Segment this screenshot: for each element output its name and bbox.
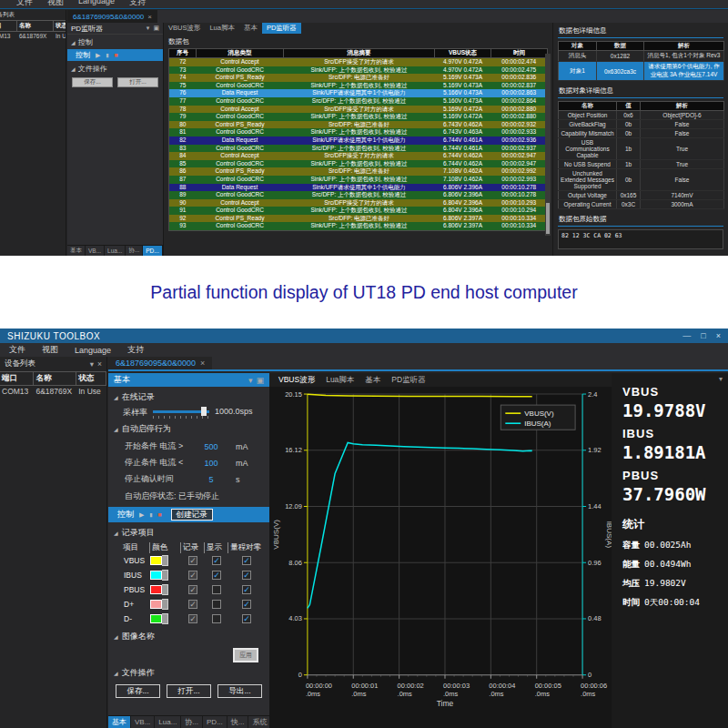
- section-auto-stop[interactable]: ◢ 自动启停行为: [108, 419, 269, 436]
- checkbox[interactable]: ✓: [242, 600, 251, 609]
- device-row[interactable]: COM136&18769XIn Use: [0, 32, 66, 40]
- menu-item[interactable]: 文件: [9, 344, 25, 356]
- packet-row[interactable]: 82Data RequestSink/UFP请求使用其中1个供电能力6.744V…: [169, 136, 548, 145]
- detail-row[interactable]: No USB Suspend1bTrue: [559, 160, 724, 169]
- menu-item[interactable]: 支持: [129, 0, 146, 8]
- menu-item[interactable]: Language: [75, 346, 111, 355]
- section-control[interactable]: ◢ 控制: [67, 35, 163, 48]
- detail-row[interactable]: Object Position0x6Object[PDO]-6: [559, 111, 724, 120]
- view-tab[interactable]: 基本: [239, 23, 262, 34]
- section-file-ops[interactable]: ◢ 文件操作: [67, 61, 163, 75]
- file-button[interactable]: 保存...: [72, 77, 113, 87]
- scrollbar-thumb[interactable]: [546, 203, 550, 234]
- menu-item[interactable]: Language: [78, 0, 115, 8]
- checkbox[interactable]: ✓: [188, 600, 197, 609]
- close-icon[interactable]: ×: [147, 13, 152, 21]
- detail-row[interactable]: Output Voltage0x1657140mV: [559, 191, 724, 200]
- pause-icon[interactable]: Ⅱ: [106, 52, 108, 58]
- packet-row[interactable]: 87Control GoodCRCSink/UFP: 上个数据包收到, 校验通过…: [169, 176, 548, 184]
- color-picker[interactable]: [150, 599, 181, 610]
- checkbox[interactable]: ✓: [188, 585, 197, 594]
- close-icon[interactable]: ×: [97, 359, 102, 369]
- section-image-name[interactable]: ◢ 图像名称: [108, 626, 269, 643]
- detail-row[interactable]: 对象10x6302ca3c请求使用第6个供电能力, 作业电流 3A 作业电压7.…: [559, 62, 724, 81]
- bottom-tab[interactable]: 协...: [126, 246, 143, 256]
- packet-row[interactable]: 76Data RequestSink/UFP请求使用其中1个供电能力5.166V…: [169, 89, 548, 97]
- view-tab[interactable]: PD监听器: [262, 23, 301, 34]
- section-record-items[interactable]: ◢ 记录项目: [108, 522, 269, 540]
- packet-row[interactable]: 92Control PS_ReadySrc/DFP: 电源已准备好6.806V …: [169, 215, 548, 223]
- chevron-down-icon[interactable]: ▾: [90, 359, 94, 369]
- apply-button[interactable]: 应用: [233, 648, 258, 662]
- packet-row[interactable]: 78Control AcceptSrc/DFP接受了对方的请求5.169V 0.…: [169, 106, 548, 114]
- device-row[interactable]: COM136&18769XIn Use: [0, 386, 106, 397]
- minimize-icon[interactable]: —: [682, 331, 691, 340]
- menu-item[interactable]: 支持: [127, 344, 144, 356]
- bottom-tab[interactable]: Lua...: [105, 246, 126, 256]
- document-tab[interactable]: 6&18769095&0&0000 ×: [67, 10, 157, 23]
- close-icon[interactable]: ×: [716, 331, 721, 340]
- packet-row[interactable]: 77Control GoodCRCSrc/DFP: 上个数据包收到, 校验通过5…: [169, 97, 548, 106]
- checkbox[interactable]: ✓: [242, 571, 251, 580]
- detail-row[interactable]: Operating Current0x3C3000mA: [559, 200, 724, 209]
- condition-value-input[interactable]: 100: [196, 459, 227, 468]
- create-record-button[interactable]: 创建记录: [171, 509, 213, 521]
- dropdown-icon[interactable]: [162, 599, 168, 610]
- packet-row[interactable]: 74Control PS_ReadySrc/DFP: 电源已准备好5.169V …: [169, 74, 548, 82]
- packet-row[interactable]: 86Control PS_ReadySrc/DFP: 电源已准备好7.108V …: [169, 167, 548, 176]
- checkbox[interactable]: [212, 614, 221, 623]
- packet-row[interactable]: 91Control GoodCRCSink/UFP: 上个数据包收到, 校验通过…: [169, 207, 548, 215]
- bottom-tab[interactable]: 基本: [108, 716, 131, 728]
- checkbox[interactable]: ✓: [242, 585, 251, 594]
- bottom-tab[interactable]: 快...: [228, 716, 249, 728]
- bottom-tab[interactable]: 系统: [248, 716, 269, 728]
- dropdown-icon[interactable]: [162, 570, 168, 581]
- packet-row[interactable]: 81Control GoodCRCSink/UFP: 上个数据包收到, 校验通过…: [169, 128, 548, 136]
- packet-row[interactable]: 89Control GoodCRCSrc/DFP: 上个数据包收到, 校验通过6…: [169, 191, 548, 199]
- play-icon[interactable]: ▶: [96, 52, 100, 59]
- bottom-tab[interactable]: Lua...: [155, 716, 181, 728]
- packet-row[interactable]: 72Control AcceptSrc/DFP接受了对方的请求4.970V 0.…: [169, 58, 548, 66]
- packet-row[interactable]: 79Control GoodCRCSink/UFP: 上个数据包收到, 校验通过…: [169, 113, 548, 121]
- view-tab[interactable]: VBUS波形: [164, 23, 205, 34]
- checkbox[interactable]: ✓: [188, 614, 197, 623]
- checkbox[interactable]: ✓: [212, 571, 221, 580]
- dropdown-icon[interactable]: [162, 584, 168, 595]
- checkbox[interactable]: ✓: [212, 556, 221, 565]
- bottom-tab[interactable]: 协...: [181, 716, 203, 728]
- section-file-ops[interactable]: ◢ 文件操作: [108, 662, 269, 680]
- packet-row[interactable]: 84Control AcceptSrc/DFP接受了对方的请求6.744V 0.…: [169, 152, 548, 160]
- packet-row[interactable]: 80Control PS_ReadySrc/DFP: 电源已准备好6.743V …: [169, 121, 548, 129]
- color-picker[interactable]: [150, 584, 181, 595]
- close-icon[interactable]: ×: [200, 359, 205, 368]
- packet-row[interactable]: 90Control AcceptSrc/DFP接受了对方的请求6.804V 2.…: [169, 199, 548, 207]
- detail-row[interactable]: 消息头0x1282消息号1, 包含1个对象 Rev3: [559, 51, 724, 62]
- scrollbar[interactable]: [545, 54, 551, 236]
- file-button[interactable]: 保存...: [116, 684, 160, 698]
- sample-rate-slider[interactable]: [153, 407, 209, 416]
- slider-handle[interactable]: [201, 407, 207, 416]
- checkbox[interactable]: ✓: [242, 614, 251, 623]
- pause-icon[interactable]: Ⅱ: [149, 511, 152, 518]
- checkbox[interactable]: ✓: [242, 556, 251, 565]
- bottom-tab[interactable]: 基本: [67, 246, 86, 256]
- chevron-down-icon[interactable]: ▾: [248, 376, 253, 385]
- view-tab[interactable]: Lua脚本: [320, 375, 359, 386]
- packet-row[interactable]: 73Control GoodCRCSink/UFP: 上个数据包收到, 校验通过…: [169, 66, 548, 75]
- color-picker[interactable]: [150, 570, 181, 581]
- condition-value-input[interactable]: 5: [196, 475, 227, 484]
- detail-row[interactable]: Unchunked Extended Messages Supported0bF…: [559, 169, 724, 191]
- pin-icon[interactable]: ▣: [153, 25, 159, 32]
- view-tab[interactable]: 基本: [359, 375, 386, 386]
- file-button[interactable]: 导出...: [217, 684, 262, 698]
- color-picker[interactable]: [150, 555, 181, 566]
- stop-icon[interactable]: ■: [157, 511, 161, 518]
- checkbox[interactable]: ✓: [188, 556, 197, 565]
- color-picker[interactable]: [150, 613, 181, 624]
- view-tab[interactable]: Lua脚本: [205, 23, 239, 34]
- bottom-tab[interactable]: PD...: [143, 246, 162, 256]
- vbus-ibus-chart[interactable]: 04.038.0612.0916.1220.1500.480.961.441.9…: [269, 387, 612, 728]
- condition-value-input[interactable]: 500: [196, 442, 227, 451]
- checkbox[interactable]: [212, 585, 221, 594]
- packet-row[interactable]: 93Control GoodCRCSink/UFP: 上个数据包收到, 校验通过…: [169, 222, 548, 230]
